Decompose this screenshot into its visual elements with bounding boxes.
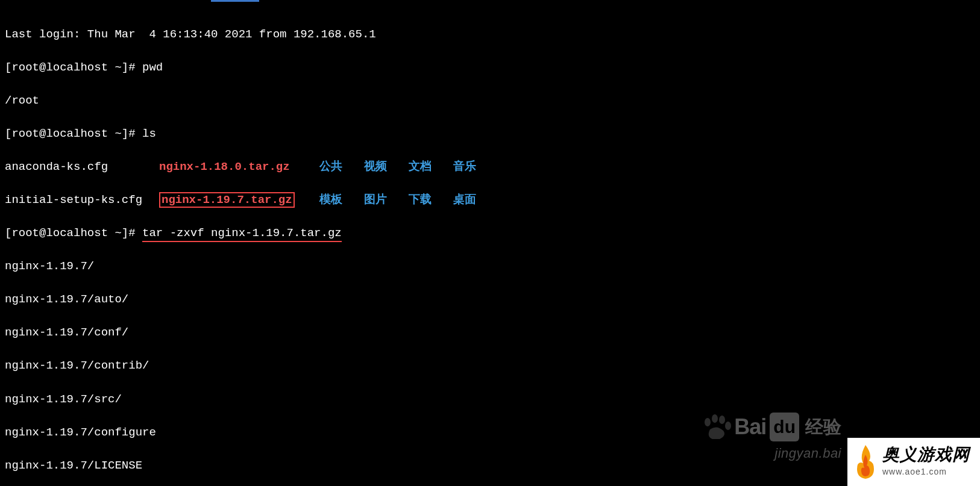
ls-dir: 视频 [364, 159, 409, 176]
badge-title: 奥义游戏网 [882, 446, 970, 463]
shell-prompt: [root@localhost ~]# [5, 61, 142, 74]
watermark-url: jingyan.bai [702, 444, 841, 463]
flame-icon [851, 443, 880, 481]
cmd-tar-underlined: tar -zxvf nginx-1.19.7.tar.gz [142, 226, 342, 240]
paw-icon [702, 414, 732, 440]
prompt-tar-line: [root@localhost ~]# tar -zxvf nginx-1.19… [5, 225, 975, 242]
watermark-brand-cn: 经验 [805, 414, 841, 440]
ls-dir: 音乐 [453, 159, 498, 176]
svg-point-1 [712, 414, 718, 423]
tar-output-line: nginx-1.19.7/conf/ [5, 325, 975, 341]
ls-dir: 桌面 [453, 192, 498, 209]
ls-dir: 模板 [319, 192, 364, 209]
cmd-pwd: pwd [142, 61, 163, 74]
ls-archive-file: nginx-1.18.0.tar.gz [159, 160, 290, 173]
ls-dir: 文档 [409, 159, 453, 176]
svg-point-0 [705, 418, 711, 426]
prompt-ls-line: [root@localhost ~]# ls [5, 126, 975, 143]
site-badge: 奥义游戏网 www.aoe1.com [847, 438, 980, 486]
last-login-line: Last login: Thu Mar 4 16:13:40 2021 from… [5, 26, 975, 43]
ls-row-1: anaconda-ks.cfgnginx-1.18.0.tar.gz公共视频文档… [5, 159, 975, 176]
ls-file: initial-setup-ks.cfg [5, 192, 159, 209]
watermark-brand-bai: Bai [734, 411, 766, 443]
cmd-ls: ls [142, 127, 156, 140]
ls-dir: 公共 [319, 159, 364, 176]
ls-dir: 下载 [409, 192, 453, 209]
tar-output-line: nginx-1.19.7/src/ [5, 391, 975, 408]
svg-point-3 [725, 422, 731, 430]
tar-output-line: nginx-1.19.7/auto/ [5, 291, 975, 308]
ls-file: anaconda-ks.cfg [5, 159, 159, 176]
shell-prompt: [root@localhost ~]# [5, 127, 142, 140]
baidu-watermark: Baidu经验 jingyan.bai [702, 411, 841, 463]
tar-output-line: nginx-1.19.7/ [5, 258, 975, 275]
badge-url: www.aoe1.com [882, 466, 970, 478]
pwd-output: /root [5, 93, 975, 110]
shell-prompt: [root@localhost ~]# [5, 226, 142, 240]
ls-archive-file-highlighted: nginx-1.19.7.tar.gz [159, 192, 295, 208]
watermark-brand-du: du [770, 413, 799, 441]
ls-dir: 图片 [364, 192, 409, 209]
ls-row-2: initial-setup-ks.cfgnginx-1.19.7.tar.gz模… [5, 192, 975, 209]
svg-point-2 [719, 416, 725, 424]
top-accent-bar [211, 0, 259, 2]
tar-output-line: nginx-1.19.7/contrib/ [5, 358, 975, 375]
prompt-pwd-line: [root@localhost ~]# pwd [5, 60, 975, 76]
